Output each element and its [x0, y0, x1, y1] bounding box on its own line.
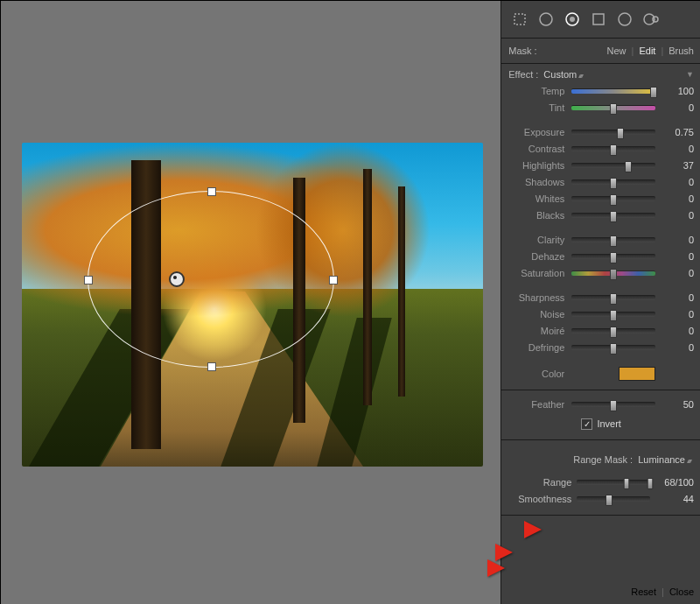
redeye-tool-icon[interactable]: [563, 10, 582, 29]
svg-point-1: [540, 13, 552, 25]
adjustments-panel: Mask : New | Edit | Brush Effect : Custo…: [500, 1, 700, 604]
range-mask-select[interactable]: Luminance▴▾: [638, 454, 690, 465]
close-button[interactable]: Close: [669, 586, 694, 597]
annotation-arrow-icon: [524, 521, 542, 538]
highlights-slider[interactable]: Highlights37: [508, 158, 694, 173]
exposure-slider[interactable]: Exposure0.75: [508, 124, 694, 140]
mask-new[interactable]: New: [607, 46, 626, 56]
svg-rect-4: [593, 14, 604, 25]
invert-label: Invert: [597, 418, 621, 429]
reset-button[interactable]: Reset: [631, 586, 656, 597]
annotation-arrow-icon: [495, 544, 513, 561]
range-slider[interactable]: Range 68/100: [508, 474, 694, 490]
saturation-slider[interactable]: Saturation0: [508, 265, 694, 281]
temp-slider[interactable]: Temp100: [508, 83, 694, 99]
contrast-slider[interactable]: Contrast0: [508, 141, 694, 157]
mask-edit[interactable]: Edit: [639, 46, 655, 56]
radial-handle-left[interactable]: [84, 276, 93, 284]
graduated-filter-icon[interactable]: [589, 10, 608, 29]
annotation-arrow-icon: [487, 559, 505, 577]
range-mask-label: Range Mask :: [573, 454, 633, 465]
defringe-slider[interactable]: Defringe0: [508, 340, 694, 355]
radial-handle-top[interactable]: [207, 187, 216, 196]
radial-filter-pin[interactable]: [169, 271, 185, 287]
smoothness-slider[interactable]: Smoothness 44: [508, 491, 694, 507]
mask-row: Mask : New | Edit | Brush: [501, 39, 700, 64]
panel-footer: Reset | Close: [501, 579, 700, 604]
brush-tool-icon[interactable]: [641, 10, 661, 29]
svg-rect-0: [514, 14, 525, 25]
crop-tool-icon[interactable]: [510, 10, 529, 29]
spot-tool-icon[interactable]: [536, 10, 556, 29]
sharpness-slider[interactable]: Sharpness0: [508, 290, 694, 306]
feather-slider[interactable]: Feather50: [508, 397, 694, 412]
effect-label: Effect :: [508, 69, 538, 80]
noise-slider[interactable]: Noise0: [508, 306, 694, 322]
radial-handle-bottom[interactable]: [207, 362, 216, 371]
shadows-slider[interactable]: Shadows0: [508, 174, 694, 190]
dehaze-slider[interactable]: Dehaze0: [508, 249, 694, 264]
svg-point-3: [570, 17, 575, 22]
clarity-slider[interactable]: Clarity0: [508, 232, 694, 248]
feather-section: Feather50 ✓ Invert: [501, 390, 700, 440]
radial-filter-overlay[interactable]: [88, 191, 334, 368]
color-row: Color 0: [508, 366, 694, 382]
blacks-slider[interactable]: Blacks0: [508, 207, 694, 223]
svg-point-5: [619, 13, 631, 25]
range-mask-section: Range Mask : Luminance▴▾ Range 68/100 Sm…: [501, 440, 700, 516]
panel-collapse-icon[interactable]: ▼: [686, 70, 694, 79]
mask-brush[interactable]: Brush: [668, 46, 694, 56]
tool-strip: [501, 1, 700, 39]
invert-checkbox[interactable]: ✓: [581, 418, 592, 430]
color-swatch[interactable]: [619, 367, 655, 381]
mask-label: Mask :: [508, 46, 536, 56]
preview-image: [22, 143, 483, 467]
moire-slider[interactable]: Moiré0: [508, 323, 694, 339]
effect-select[interactable]: Custom▴▾: [543, 69, 582, 80]
effect-section: Effect : Custom▴▾ ▼ Temp100 Tint0 Exposu…: [501, 64, 700, 390]
svg-point-7: [653, 17, 658, 22]
radial-filter-icon[interactable]: [615, 10, 634, 29]
image-canvas[interactable]: [1, 1, 500, 604]
whites-slider[interactable]: Whites0: [508, 191, 694, 207]
radial-handle-right[interactable]: [329, 276, 338, 284]
tint-slider[interactable]: Tint0: [508, 100, 694, 116]
